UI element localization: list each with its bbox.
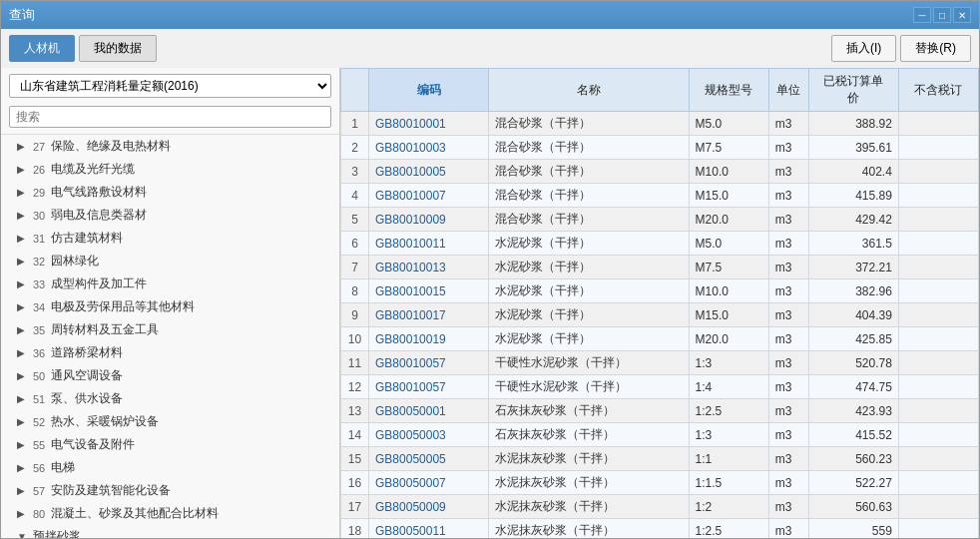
tree-label: 电气线路敷设材料	[51, 184, 147, 201]
cell-spec: 1:4	[689, 375, 768, 399]
insert-button[interactable]: 插入(I)	[831, 35, 896, 62]
cell-spec: M5.0	[689, 232, 768, 256]
cell-no: 17	[341, 495, 369, 519]
tree-item[interactable]: ▶29 电气线路敷设材料	[1, 181, 339, 204]
tree-label: 电极及劳保用品等其他材料	[51, 298, 195, 315]
search-input[interactable]	[9, 106, 331, 128]
arrow-right-icon: ▶	[17, 462, 29, 473]
minimize-button[interactable]: ─	[913, 7, 931, 23]
tree-num: 30	[33, 210, 45, 222]
arrow-right-icon: ▶	[17, 301, 29, 312]
tree-item[interactable]: ▶50 通风空调设备	[1, 364, 339, 387]
cell-spec: M7.5	[689, 256, 768, 279]
tab-mydata[interactable]: 我的数据	[79, 35, 157, 62]
tree-item[interactable]: ▶51 泵、供水设备	[1, 387, 339, 410]
cell-no: 2	[341, 136, 369, 160]
table-row[interactable]: 13 GB80050001 石灰抹灰砂浆（干拌） 1:2.5 m3 423.93	[341, 399, 979, 423]
tree-item[interactable]: ▶36 道路桥梁材料	[1, 341, 339, 364]
table-row[interactable]: 4 GB80010007 混合砂浆（干拌） M15.0 m3 415.89	[341, 184, 979, 208]
tree-item[interactable]: ▶52 热水、采暖锅炉设备	[1, 410, 339, 433]
table-row[interactable]: 14 GB80050003 石灰抹灰砂浆（干拌） 1:3 m3 415.52	[341, 423, 979, 447]
table-wrap[interactable]: 编码 名称 规格型号 单位 已税订算单价 不含税订 1 GB80010001 混…	[340, 68, 979, 538]
cell-price: 382.96	[808, 279, 898, 303]
tree-item[interactable]: ▶31 仿古建筑材料	[1, 227, 339, 250]
tree-label: 预拌砂浆	[33, 528, 81, 538]
table-row[interactable]: 16 GB80050007 水泥抹灰砂浆（干拌） 1:1.5 m3 522.27	[341, 471, 979, 495]
cell-unit: m3	[768, 423, 808, 447]
table-row[interactable]: 12 GB80010057 干硬性水泥砂浆（干拌） 1:4 m3 474.75	[341, 375, 979, 399]
cell-unit: m3	[768, 256, 808, 279]
cell-price: 404.39	[808, 303, 898, 327]
table-row[interactable]: 8 GB80010015 水泥砂浆（干拌） M10.0 m3 382.96	[341, 279, 979, 303]
table-row[interactable]: 3 GB80010005 混合砂浆（干拌） M10.0 m3 402.4	[341, 160, 979, 184]
cell-extax	[898, 112, 978, 136]
arrow-right-icon: ▶	[17, 324, 29, 335]
cell-unit: m3	[768, 279, 808, 303]
table-row[interactable]: 6 GB80010011 水泥砂浆（干拌） M5.0 m3 361.5	[341, 232, 979, 256]
cell-code: GB80050007	[369, 471, 489, 495]
tree-label: 成型构件及加工件	[51, 275, 147, 292]
table-row[interactable]: 17 GB80050009 水泥抹灰砂浆（干拌） 1:2 m3 560.63	[341, 495, 979, 519]
cell-price: 429.42	[808, 208, 898, 232]
arrow-right-icon: ▶	[17, 210, 29, 221]
table-row[interactable]: 7 GB80010013 水泥砂浆（干拌） M7.5 m3 372.21	[341, 256, 979, 279]
table-row[interactable]: 2 GB80010003 混合砂浆（干拌） M7.5 m3 395.61	[341, 136, 979, 160]
cell-no: 6	[341, 232, 369, 256]
tree-item[interactable]: ▼预拌砂浆	[1, 525, 339, 538]
table-row[interactable]: 11 GB80010057 干硬性水泥砂浆（干拌） 1:3 m3 520.78	[341, 351, 979, 375]
tree-item[interactable]: ▶56 电梯	[1, 456, 339, 479]
tab-rencaiji[interactable]: 人材机	[9, 35, 75, 62]
cell-no: 15	[341, 447, 369, 471]
table-row[interactable]: 15 GB80050005 水泥抹灰砂浆（干拌） 1:1 m3 560.23	[341, 447, 979, 471]
cell-extax	[898, 471, 978, 495]
tree-item[interactable]: ▶34 电极及劳保用品等其他材料	[1, 295, 339, 318]
cell-price: 560.23	[808, 447, 898, 471]
cell-unit: m3	[768, 184, 808, 208]
cell-no: 9	[341, 303, 369, 327]
quota-select[interactable]: 山东省建筑工程消耗量定额(2016)	[9, 74, 331, 98]
tree-item[interactable]: ▶35 周转材料及五金工具	[1, 318, 339, 341]
tree-label: 电梯	[51, 459, 75, 476]
tree-item[interactable]: ▶33 成型构件及加工件	[1, 272, 339, 295]
cell-no: 1	[341, 112, 369, 136]
cell-no: 8	[341, 279, 369, 303]
cell-code: GB80010019	[369, 327, 489, 351]
tree-num: 35	[33, 324, 45, 336]
tree-item[interactable]: ▶32 园林绿化	[1, 250, 339, 272]
tree-item[interactable]: ▶26 电缆及光纤光缆	[1, 158, 339, 181]
tree-item[interactable]: ▶55 电气设备及附件	[1, 433, 339, 456]
table-row[interactable]: 1 GB80010001 混合砂浆（干拌） M5.0 m3 388.92	[341, 112, 979, 136]
main-content: 山东省建筑工程消耗量定额(2016) ▶27 保险、绝缘及电热材料▶26 电缆及…	[1, 68, 979, 538]
window-title: 查询	[9, 6, 913, 24]
table-body: 1 GB80010001 混合砂浆（干拌） M5.0 m3 388.92 2 G…	[341, 112, 979, 539]
cell-spec: M20.0	[689, 327, 768, 351]
arrow-right-icon: ▶	[17, 256, 29, 267]
tree-item[interactable]: ▶57 安防及建筑智能化设备	[1, 479, 339, 502]
cell-unit: m3	[768, 495, 808, 519]
tree-item[interactable]: ▶30 弱电及信息类器材	[1, 204, 339, 227]
table-row[interactable]: 10 GB80010019 水泥砂浆（干拌） M20.0 m3 425.85	[341, 327, 979, 351]
arrow-right-icon: ▶	[17, 187, 29, 198]
cell-price: 520.78	[808, 351, 898, 375]
table-row[interactable]: 18 GB80050011 水泥抹灰砂浆（干拌） 1:2.5 m3 559	[341, 519, 979, 539]
close-button[interactable]: ✕	[953, 7, 971, 23]
cell-spec: M20.0	[689, 208, 768, 232]
replace-button[interactable]: 替换(R)	[900, 35, 971, 62]
table-row[interactable]: 5 GB80010009 混合砂浆（干拌） M20.0 m3 429.42	[341, 208, 979, 232]
maximize-button[interactable]: □	[933, 7, 951, 23]
cell-name: 水泥抹灰砂浆（干拌）	[489, 471, 689, 495]
cell-code: GB80010013	[369, 256, 489, 279]
cell-spec: M5.0	[689, 112, 768, 136]
table-row[interactable]: 9 GB80010017 水泥砂浆（干拌） M15.0 m3 404.39	[341, 303, 979, 327]
tree-item[interactable]: ▶27 保险、绝缘及电热材料	[1, 135, 339, 158]
tree-label: 电缆及光纤光缆	[51, 161, 135, 178]
cell-price: 361.5	[808, 232, 898, 256]
tree-label: 泵、供水设备	[51, 390, 123, 407]
tree-label: 混凝土、砂浆及其他配合比材料	[51, 505, 219, 522]
col-name: 名称	[489, 69, 689, 112]
cell-code: GB80010005	[369, 160, 489, 184]
col-code: 编码	[369, 69, 489, 112]
tree-num: 57	[33, 485, 45, 497]
tree-item[interactable]: ▶80 混凝土、砂浆及其他配合比材料	[1, 502, 339, 525]
arrow-right-icon: ▶	[17, 278, 29, 289]
